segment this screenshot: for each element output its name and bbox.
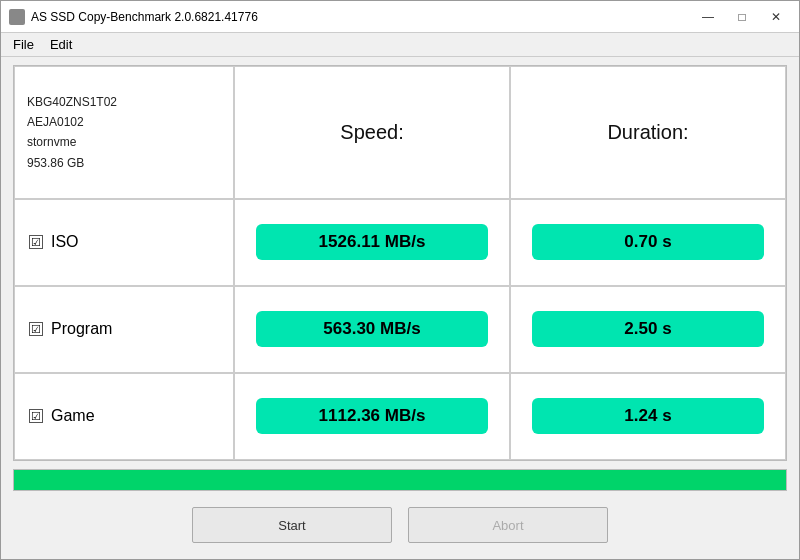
program-speed-badge: 563.30 MB/s (256, 311, 488, 347)
program-speed-cell: 563.30 MB/s (234, 286, 510, 373)
program-checkbox[interactable]: ☑ (29, 322, 43, 336)
abort-button[interactable]: Abort (408, 507, 608, 543)
menu-bar: File Edit (1, 33, 799, 57)
menu-file[interactable]: File (5, 35, 42, 54)
buttons-area: Start Abort (1, 499, 799, 559)
speed-header: Speed: (234, 66, 510, 199)
game-duration-badge: 1.24 s (532, 398, 764, 434)
duration-header: Duration: (510, 66, 786, 199)
program-row-label: ☑ Program (14, 286, 234, 373)
device-firmware: AEJA0102 (27, 112, 84, 132)
start-button[interactable]: Start (192, 507, 392, 543)
game-speed-cell: 1112.36 MB/s (234, 373, 510, 460)
title-bar: AS SSD Copy-Benchmark 2.0.6821.41776 — □… (1, 1, 799, 33)
main-window: AS SSD Copy-Benchmark 2.0.6821.41776 — □… (0, 0, 800, 560)
game-row-label: ☑ Game (14, 373, 234, 460)
close-button[interactable]: ✕ (761, 6, 791, 28)
iso-checkbox[interactable]: ☑ (29, 235, 43, 249)
maximize-button[interactable]: □ (727, 6, 757, 28)
device-driver: stornvme (27, 132, 76, 152)
iso-duration-badge: 0.70 s (532, 224, 764, 260)
device-info: KBG40ZNS1T02 AEJA0102 stornvme 953.86 GB (14, 66, 234, 199)
game-checkbox[interactable]: ☑ (29, 409, 43, 423)
game-speed-badge: 1112.36 MB/s (256, 398, 488, 434)
iso-speed-cell: 1526.11 MB/s (234, 199, 510, 286)
iso-label: ISO (51, 233, 79, 251)
program-duration-badge: 2.50 s (532, 311, 764, 347)
game-label: Game (51, 407, 95, 425)
minimize-button[interactable]: — (693, 6, 723, 28)
progress-area (13, 469, 787, 491)
game-duration-cell: 1.24 s (510, 373, 786, 460)
iso-row-label: ☑ ISO (14, 199, 234, 286)
device-size: 953.86 GB (27, 153, 84, 173)
device-model: KBG40ZNS1T02 (27, 92, 117, 112)
menu-edit[interactable]: Edit (42, 35, 80, 54)
app-icon (9, 9, 25, 25)
window-title: AS SSD Copy-Benchmark 2.0.6821.41776 (31, 10, 693, 24)
benchmark-table: KBG40ZNS1T02 AEJA0102 stornvme 953.86 GB… (13, 65, 787, 461)
program-duration-cell: 2.50 s (510, 286, 786, 373)
program-label: Program (51, 320, 112, 338)
title-bar-controls: — □ ✕ (693, 6, 791, 28)
progress-bar (14, 470, 786, 490)
iso-duration-cell: 0.70 s (510, 199, 786, 286)
main-content: KBG40ZNS1T02 AEJA0102 stornvme 953.86 GB… (1, 57, 799, 559)
iso-speed-badge: 1526.11 MB/s (256, 224, 488, 260)
